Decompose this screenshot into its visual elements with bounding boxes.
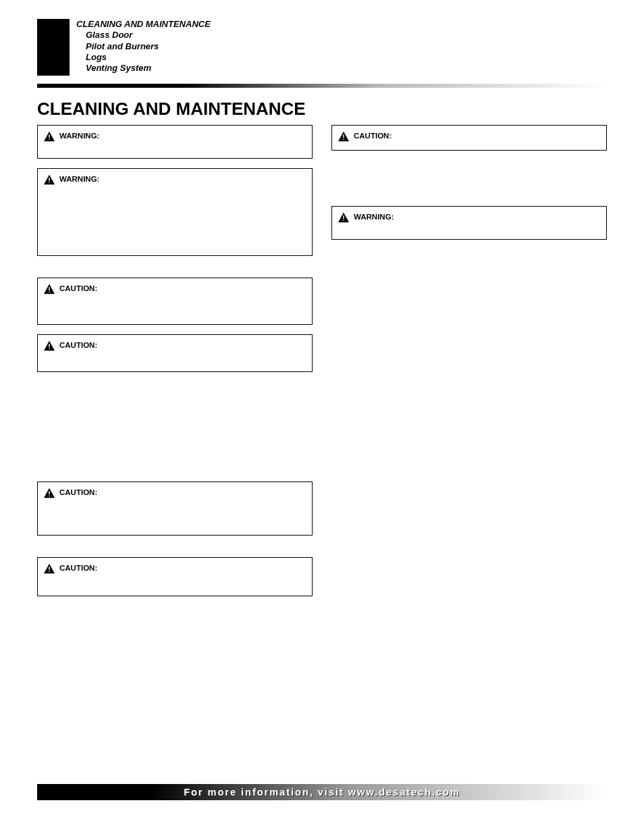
svg-rect-13 [343,139,344,140]
svg-rect-1 [49,139,49,140]
right-body-1 [331,160,607,187]
warning-box-1-label: WARNING: [59,132,99,140]
warning-box-right-1-label: WARNING: [354,213,394,221]
caution-box-1-label: CAUTION: [59,284,97,292]
warning-icon [338,212,350,223]
caution-box-right-1-label: CAUTION: [354,132,392,140]
caution-box-2-label: CAUTION: [59,341,97,349]
warning-box-1: WARNING: [37,125,313,159]
header-sub-1: Glass Door [86,30,211,41]
caution-box-1: CAUTION: [37,278,313,325]
warning-box-2-label: WARNING: [59,175,99,183]
right-column: CAUTION: VENTING SYSTEM WARNING: [331,125,607,606]
warning-icon [338,131,350,142]
header-sub-2: Pilot and Burners [86,41,211,52]
footer-gradient-bar: For more information, visit www.desatech… [37,784,607,800]
svg-rect-14 [343,215,344,219]
glass-door-body [37,382,313,463]
warning-icon [43,488,55,498]
warning-icon [43,340,55,351]
subhead-logs: LOGS [37,545,313,554]
svg-rect-3 [49,182,49,183]
footer-text: For more information, visit www.desatech… [184,787,460,798]
svg-rect-12 [343,134,344,138]
caution-box-2: CAUTION: [37,334,313,372]
caution-box-3-label: CAUTION: [59,488,97,496]
header-divider-gradient [37,84,607,88]
svg-rect-8 [49,491,49,494]
svg-rect-9 [49,496,49,496]
warning-box-right-1: WARNING: [331,206,607,240]
caution-box-4: CAUTION: [37,557,313,596]
warning-icon [43,131,55,142]
warning-box-2: WARNING: [37,168,313,256]
svg-rect-10 [49,567,49,570]
warning-icon [43,174,55,185]
svg-rect-2 [49,178,49,181]
svg-rect-6 [49,344,49,347]
subhead-pilot-burners: PILOT AND BURNERS [37,469,313,479]
page-header: CLEANING AND MAINTENANCE Glass Door Pilo… [37,19,607,76]
svg-rect-4 [49,287,49,290]
header-black-square [37,19,70,76]
svg-rect-7 [49,348,49,349]
warning-icon [43,563,55,574]
header-sub-4: Venting System [86,63,211,74]
warning-icon [43,284,55,294]
svg-rect-0 [49,134,49,138]
left-column: WARNING: WARNING: GLASS DOOR CAUTION: CA… [37,125,313,606]
header-title: CLEANING AND MAINTENANCE [76,19,211,30]
caution-box-3: CAUTION: [37,481,313,536]
svg-rect-11 [49,571,49,572]
header-sub-3: Logs [86,52,211,63]
subhead-venting: VENTING SYSTEM [331,194,607,203]
svg-rect-15 [343,220,344,221]
svg-rect-5 [49,292,49,292]
caution-box-right-1: CAUTION: [331,125,607,151]
section-title: CLEANING AND MAINTENANCE [37,100,607,118]
caution-box-4-label: CAUTION: [59,564,97,572]
subhead-glass-door: GLASS DOOR [37,265,313,275]
